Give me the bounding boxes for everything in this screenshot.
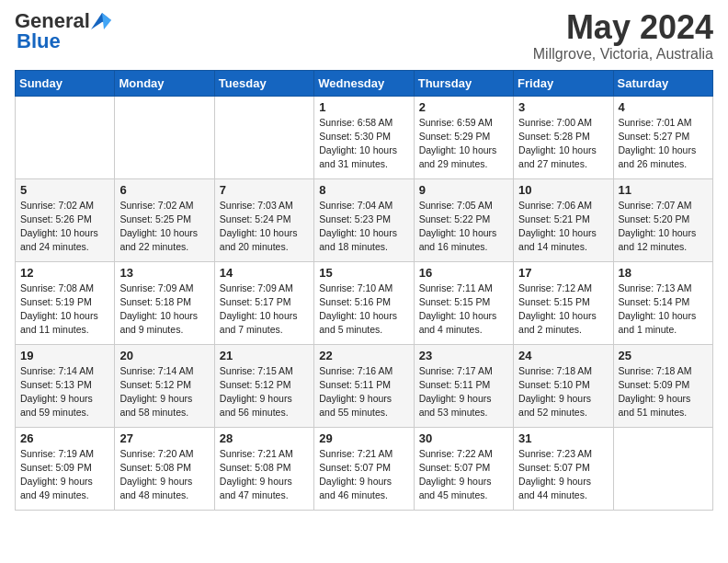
logo-bird-icon bbox=[91, 13, 111, 29]
calendar-week-row: 5Sunrise: 7:02 AM Sunset: 5:26 PM Daylig… bbox=[16, 178, 713, 261]
day-number: 1 bbox=[319, 100, 408, 114]
day-info: Sunrise: 7:20 AM Sunset: 5:08 PM Dayligh… bbox=[119, 447, 209, 503]
col-wednesday: Wednesday bbox=[314, 70, 414, 96]
calendar-cell: 23Sunrise: 7:17 AM Sunset: 5:11 PM Dayli… bbox=[414, 344, 513, 427]
logo-blue: Blue bbox=[17, 29, 61, 53]
day-info: Sunrise: 7:02 AM Sunset: 5:26 PM Dayligh… bbox=[20, 199, 109, 255]
calendar-cell: 14Sunrise: 7:09 AM Sunset: 5:17 PM Dayli… bbox=[214, 261, 313, 344]
day-info: Sunrise: 7:01 AM Sunset: 5:27 PM Dayligh… bbox=[619, 116, 708, 172]
day-info: Sunrise: 7:05 AM Sunset: 5:22 PM Dayligh… bbox=[419, 199, 508, 255]
calendar-cell: 11Sunrise: 7:07 AM Sunset: 5:20 PM Dayli… bbox=[613, 178, 712, 261]
day-info: Sunrise: 7:14 AM Sunset: 5:13 PM Dayligh… bbox=[20, 364, 109, 420]
calendar-cell: 29Sunrise: 7:21 AM Sunset: 5:07 PM Dayli… bbox=[314, 427, 414, 510]
col-thursday: Thursday bbox=[414, 70, 513, 96]
day-number: 24 bbox=[518, 349, 608, 362]
day-number: 13 bbox=[119, 266, 209, 280]
calendar-week-row: 26Sunrise: 7:19 AM Sunset: 5:09 PM Dayli… bbox=[16, 427, 713, 510]
day-number: 16 bbox=[419, 266, 508, 280]
day-info: Sunrise: 7:22 AM Sunset: 5:07 PM Dayligh… bbox=[419, 447, 508, 503]
calendar-cell: 26Sunrise: 7:19 AM Sunset: 5:09 PM Dayli… bbox=[16, 427, 115, 510]
day-info: Sunrise: 7:18 AM Sunset: 5:10 PM Dayligh… bbox=[518, 364, 608, 420]
day-info: Sunrise: 7:21 AM Sunset: 5:07 PM Dayligh… bbox=[319, 447, 408, 503]
day-info: Sunrise: 7:06 AM Sunset: 5:21 PM Dayligh… bbox=[518, 199, 608, 255]
day-number: 7 bbox=[220, 183, 309, 197]
calendar-cell: 24Sunrise: 7:18 AM Sunset: 5:10 PM Dayli… bbox=[514, 344, 613, 427]
day-info: Sunrise: 7:07 AM Sunset: 5:20 PM Dayligh… bbox=[619, 199, 708, 255]
col-monday: Monday bbox=[115, 70, 214, 96]
day-number: 20 bbox=[119, 349, 209, 362]
day-number: 28 bbox=[220, 431, 309, 445]
day-number: 17 bbox=[518, 266, 608, 280]
day-info: Sunrise: 7:09 AM Sunset: 5:17 PM Dayligh… bbox=[220, 282, 309, 338]
day-number: 27 bbox=[119, 431, 209, 445]
day-info: Sunrise: 7:10 AM Sunset: 5:16 PM Dayligh… bbox=[319, 282, 408, 338]
day-info: Sunrise: 7:14 AM Sunset: 5:12 PM Dayligh… bbox=[119, 364, 209, 420]
day-info: Sunrise: 7:18 AM Sunset: 5:09 PM Dayligh… bbox=[619, 364, 708, 420]
calendar-week-row: 19Sunrise: 7:14 AM Sunset: 5:13 PM Dayli… bbox=[16, 344, 713, 427]
calendar-week-row: 1Sunrise: 6:58 AM Sunset: 5:30 PM Daylig… bbox=[16, 96, 713, 178]
calendar-cell: 18Sunrise: 7:13 AM Sunset: 5:14 PM Dayli… bbox=[613, 261, 712, 344]
day-info: Sunrise: 7:17 AM Sunset: 5:11 PM Dayligh… bbox=[419, 364, 508, 420]
calendar-cell: 9Sunrise: 7:05 AM Sunset: 5:22 PM Daylig… bbox=[414, 178, 513, 261]
day-number: 22 bbox=[319, 349, 408, 362]
calendar-cell bbox=[16, 96, 115, 178]
calendar-cell: 13Sunrise: 7:09 AM Sunset: 5:18 PM Dayli… bbox=[115, 261, 214, 344]
day-info: Sunrise: 7:16 AM Sunset: 5:11 PM Dayligh… bbox=[319, 364, 408, 420]
day-number: 25 bbox=[619, 349, 708, 362]
day-number: 11 bbox=[619, 183, 708, 197]
calendar-cell: 6Sunrise: 7:02 AM Sunset: 5:25 PM Daylig… bbox=[115, 178, 214, 261]
calendar-cell: 25Sunrise: 7:18 AM Sunset: 5:09 PM Dayli… bbox=[613, 344, 712, 427]
day-number: 3 bbox=[518, 100, 608, 114]
col-saturday: Saturday bbox=[613, 70, 712, 96]
calendar-cell: 8Sunrise: 7:04 AM Sunset: 5:23 PM Daylig… bbox=[314, 178, 414, 261]
day-number: 8 bbox=[319, 183, 408, 197]
day-number: 10 bbox=[518, 183, 608, 197]
day-number: 29 bbox=[319, 431, 408, 445]
page-header: General Blue May 2024 Millgrove, Victori… bbox=[15, 9, 713, 63]
calendar-cell: 17Sunrise: 7:12 AM Sunset: 5:15 PM Dayli… bbox=[514, 261, 613, 344]
calendar-cell: 30Sunrise: 7:22 AM Sunset: 5:07 PM Dayli… bbox=[414, 427, 513, 510]
calendar-cell: 16Sunrise: 7:11 AM Sunset: 5:15 PM Dayli… bbox=[414, 261, 513, 344]
calendar-cell: 19Sunrise: 7:14 AM Sunset: 5:13 PM Dayli… bbox=[16, 344, 115, 427]
day-number: 31 bbox=[518, 431, 608, 445]
day-info: Sunrise: 7:23 AM Sunset: 5:07 PM Dayligh… bbox=[518, 447, 608, 503]
calendar-week-row: 12Sunrise: 7:08 AM Sunset: 5:19 PM Dayli… bbox=[16, 261, 713, 344]
calendar-table: Sunday Monday Tuesday Wednesday Thursday… bbox=[15, 70, 713, 511]
day-info: Sunrise: 7:08 AM Sunset: 5:19 PM Dayligh… bbox=[20, 282, 109, 338]
svg-marker-1 bbox=[102, 13, 111, 29]
calendar-cell: 2Sunrise: 6:59 AM Sunset: 5:29 PM Daylig… bbox=[414, 96, 513, 178]
day-info: Sunrise: 7:12 AM Sunset: 5:15 PM Dayligh… bbox=[518, 282, 608, 338]
calendar-cell: 22Sunrise: 7:16 AM Sunset: 5:11 PM Dayli… bbox=[314, 344, 414, 427]
page-subtitle: Millgrove, Victoria, Australia bbox=[533, 46, 713, 63]
day-number: 15 bbox=[319, 266, 408, 280]
day-number: 5 bbox=[20, 183, 109, 197]
calendar-cell: 15Sunrise: 7:10 AM Sunset: 5:16 PM Dayli… bbox=[314, 261, 414, 344]
day-number: 19 bbox=[20, 349, 109, 362]
calendar-cell: 28Sunrise: 7:21 AM Sunset: 5:08 PM Dayli… bbox=[214, 427, 313, 510]
calendar-cell: 20Sunrise: 7:14 AM Sunset: 5:12 PM Dayli… bbox=[115, 344, 214, 427]
page-title: May 2024 bbox=[533, 9, 713, 46]
day-number: 18 bbox=[619, 266, 708, 280]
day-number: 12 bbox=[20, 266, 109, 280]
day-number: 30 bbox=[419, 431, 508, 445]
col-friday: Friday bbox=[514, 70, 613, 96]
logo: General Blue bbox=[15, 9, 112, 53]
day-info: Sunrise: 7:02 AM Sunset: 5:25 PM Dayligh… bbox=[119, 199, 209, 255]
calendar-cell: 3Sunrise: 7:00 AM Sunset: 5:28 PM Daylig… bbox=[514, 96, 613, 178]
col-tuesday: Tuesday bbox=[214, 70, 313, 96]
day-number: 26 bbox=[20, 431, 109, 445]
calendar-cell: 5Sunrise: 7:02 AM Sunset: 5:26 PM Daylig… bbox=[16, 178, 115, 261]
day-info: Sunrise: 7:11 AM Sunset: 5:15 PM Dayligh… bbox=[419, 282, 508, 338]
day-number: 9 bbox=[419, 183, 508, 197]
calendar-cell: 7Sunrise: 7:03 AM Sunset: 5:24 PM Daylig… bbox=[214, 178, 313, 261]
col-sunday: Sunday bbox=[16, 70, 115, 96]
calendar-cell: 4Sunrise: 7:01 AM Sunset: 5:27 PM Daylig… bbox=[613, 96, 712, 178]
day-info: Sunrise: 6:58 AM Sunset: 5:30 PM Dayligh… bbox=[319, 116, 408, 172]
calendar-header-row: Sunday Monday Tuesday Wednesday Thursday… bbox=[16, 70, 713, 96]
calendar-cell: 1Sunrise: 6:58 AM Sunset: 5:30 PM Daylig… bbox=[314, 96, 414, 178]
day-info: Sunrise: 7:15 AM Sunset: 5:12 PM Dayligh… bbox=[220, 364, 309, 420]
day-info: Sunrise: 7:00 AM Sunset: 5:28 PM Dayligh… bbox=[518, 116, 608, 172]
day-info: Sunrise: 6:59 AM Sunset: 5:29 PM Dayligh… bbox=[419, 116, 508, 172]
calendar-page: General Blue May 2024 Millgrove, Victori… bbox=[0, 0, 728, 525]
day-info: Sunrise: 7:21 AM Sunset: 5:08 PM Dayligh… bbox=[220, 447, 309, 503]
